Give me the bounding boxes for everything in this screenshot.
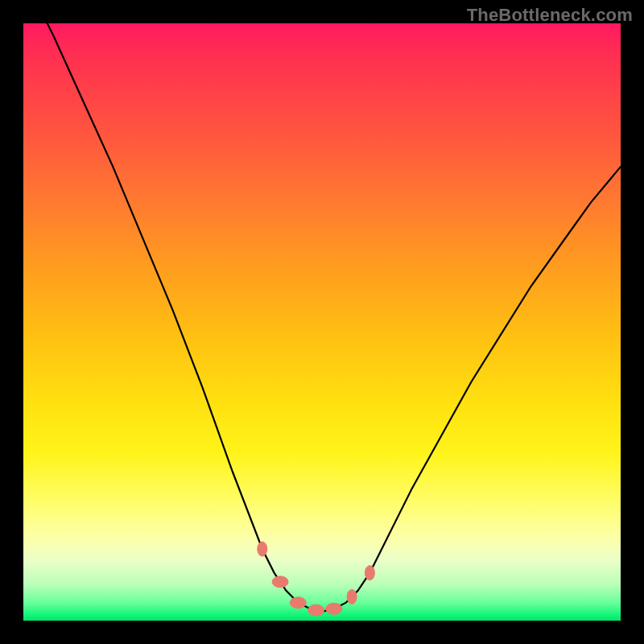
highlight-marker [290, 597, 306, 609]
highlight-marker [308, 605, 324, 616]
plot-area [23, 23, 621, 621]
highlight-marker [326, 603, 342, 614]
highlight-marker [272, 576, 288, 588]
chart-frame: TheBottleneck.com [0, 0, 644, 644]
highlight-marker [347, 589, 357, 604]
bottleneck-curve-line [23, 23, 621, 612]
highlight-markers [258, 542, 375, 616]
highlight-marker [365, 566, 374, 580]
highlight-marker [258, 542, 267, 556]
curve-svg [23, 23, 621, 621]
